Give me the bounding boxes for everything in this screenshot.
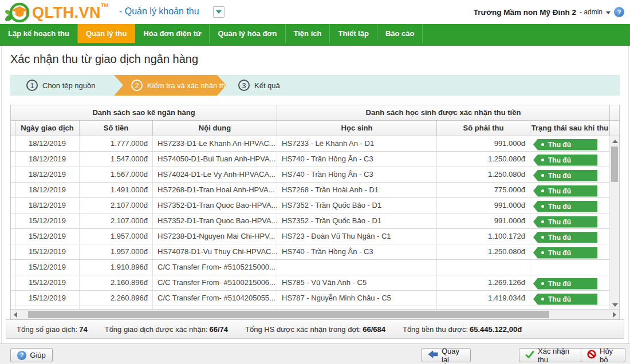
wizard-step-2-active[interactable]: 2 Kiểm tra và xác nhận thu bbox=[114, 75, 226, 96]
step-number: 1 bbox=[26, 80, 38, 91]
status-badge-label: Thu đủ bbox=[548, 170, 571, 181]
column-header-content: Nội dung bbox=[153, 121, 277, 136]
tab-label: Hóa đơn điện tử bbox=[143, 29, 201, 38]
status-badge-label: Thu đủ bbox=[548, 185, 571, 197]
module-dropdown-button[interactable] bbox=[213, 6, 225, 18]
cell-selector bbox=[11, 136, 15, 152]
cell-amount: 2.107.000đ bbox=[80, 198, 153, 213]
column-header-date: Ngày giao dịch bbox=[15, 121, 80, 136]
step-number: 2 bbox=[131, 80, 143, 91]
cell-student bbox=[277, 260, 437, 275]
cell-due: 991.000đ bbox=[437, 213, 530, 229]
cell-date: 18/12/2019 bbox=[15, 136, 80, 152]
column-header-row: Ngày giao dịch Số tiền Nội dung Học sinh… bbox=[11, 121, 619, 136]
cell-student: HS7268 - Trần Hoài Anh - D1 bbox=[277, 183, 437, 198]
vertical-scrollbar-thumb[interactable] bbox=[611, 147, 618, 182]
table-row[interactable]: 15/12/2019 2.160.896đ C/C Transfer From-… bbox=[11, 275, 619, 291]
nav-tab[interactable]: Báo cáo bbox=[377, 24, 423, 43]
horizontal-scrollbar-thumb[interactable] bbox=[28, 311, 549, 318]
status-badge: Thu đủ bbox=[533, 185, 597, 197]
status-badge-label: Thu đủ bbox=[548, 201, 571, 212]
nav-tab[interactable]: Quản lý hóa đơn bbox=[210, 24, 285, 43]
cell-student: HS7352 - Trần Quốc Bảo - D1 bbox=[277, 198, 437, 213]
status-badge-label: Thu đủ bbox=[548, 278, 571, 290]
cell-status: Thu đủ bbox=[530, 275, 610, 291]
table-row[interactable]: 18/12/2019 1.777.000đ HS7233-D1-Le Khanh… bbox=[11, 136, 619, 152]
cell-date: 18/12/2019 bbox=[15, 198, 80, 213]
chevron-down-icon bbox=[216, 10, 222, 14]
table-row[interactable]: 18/12/2019 1.491.000đ HS7268-D1-Tran Hoa… bbox=[11, 183, 619, 198]
nav-tab[interactable]: Lập kế hoạch thu bbox=[0, 24, 78, 43]
table-row[interactable]: 18/12/2019 1.547.000đ HS74050-D1-Bui Tua… bbox=[11, 152, 619, 167]
status-badge-label: Thu đủ bbox=[548, 294, 571, 305]
horizontal-scrollbar[interactable] bbox=[11, 309, 619, 319]
table-row[interactable]: 15/12/2019 2.107.000đ HS7352-D1-Tran Quo… bbox=[11, 213, 619, 229]
step-label: Kiểm tra và xác nhận thu bbox=[147, 81, 230, 90]
user-menu-chevron-down-icon[interactable] bbox=[606, 11, 611, 14]
nav-tab[interactable]: Tiện ích bbox=[286, 24, 330, 43]
cell-content: HS74024-D1-Le Vy Anh-HPVACA... bbox=[153, 167, 277, 183]
table-row[interactable]: 15/12/2019 1.910.896đ C/C Transfer From-… bbox=[11, 260, 619, 275]
column-header-due: Số phải thu bbox=[437, 121, 530, 136]
confirm-button[interactable]: Xác nhận thu bbox=[519, 348, 582, 362]
table-row[interactable]: 15/12/2019 1.957.000đ HS7238-D1-Nguyen M… bbox=[11, 229, 619, 244]
help-icon[interactable]: ? bbox=[614, 7, 624, 17]
cancel-button[interactable]: Hủy bỏ bbox=[581, 348, 625, 362]
vertical-scrollbar[interactable] bbox=[610, 136, 619, 310]
question-mark-icon: ? bbox=[17, 351, 26, 360]
nav-tabs: Lập kế hoạch thuQuản lý thuHóa đơn điện … bbox=[0, 24, 630, 43]
cell-student: HS785 - Vũ Vân Anh - C5 bbox=[277, 275, 437, 291]
status-badge-label: Thu đủ bbox=[548, 216, 571, 228]
badge-dot-icon bbox=[541, 174, 544, 177]
table-row[interactable]: 18/12/2019 1.567.000đ HS74024-D1-Le Vy A… bbox=[11, 167, 619, 183]
badge-dot-icon bbox=[541, 159, 544, 161]
wizard-step-1[interactable]: 1 Chọn tệp nguồn bbox=[26, 75, 96, 96]
table-row[interactable]: 18/12/2019 2.107.000đ HS7352-D1-Tran Quo… bbox=[11, 198, 619, 213]
column-header-selector bbox=[11, 121, 15, 136]
badge-dot-icon bbox=[541, 220, 544, 223]
column-header-student: Học sinh bbox=[277, 121, 437, 136]
wizard-step-3[interactable]: 3 Kết quả bbox=[238, 75, 280, 96]
cell-selector bbox=[11, 152, 15, 167]
group-header-spacer bbox=[610, 105, 619, 121]
nav-tab[interactable]: Thiết lập bbox=[330, 24, 377, 43]
cell-date: 15/12/2019 bbox=[15, 213, 80, 229]
summary-value: 66/684 bbox=[363, 325, 385, 334]
status-badge-label: Thu đủ bbox=[548, 155, 571, 166]
cell-date: 18/12/2019 bbox=[15, 183, 80, 198]
cell-student: HS740 - Trần Hồng Ân - C3 bbox=[277, 152, 437, 167]
scroll-right-icon[interactable] bbox=[613, 312, 616, 318]
help-button[interactable]: ? Giúp bbox=[10, 348, 53, 362]
table-row[interactable]: 15/12/2019 2.260.896đ C/C Transfer From-… bbox=[11, 291, 619, 306]
scroll-up-icon[interactable] bbox=[612, 140, 618, 143]
step-label: Kết quả bbox=[254, 81, 280, 90]
group-header-bank: Danh sách sao kê ngân hàng bbox=[11, 105, 277, 121]
status-badge: Thu đủ bbox=[533, 247, 597, 259]
cell-content: HS7352-D1-Tran Quoc Bao-HPVA... bbox=[153, 213, 277, 229]
back-button[interactable]: Quay lại bbox=[422, 348, 471, 362]
scroll-left-icon[interactable] bbox=[14, 312, 17, 318]
status-badge: Thu đủ bbox=[533, 294, 597, 305]
nav-tab[interactable]: Hóa đơn điện tử bbox=[135, 24, 210, 43]
prohibition-icon bbox=[587, 350, 596, 361]
module-title: - Quản lý khoản thu bbox=[119, 6, 199, 17]
table-row[interactable]: 15/12/2019 1.957.000đ HS74078-D1-Vu Thuy… bbox=[11, 244, 619, 260]
cell-student: HS7352 - Trần Quốc Bảo - D1 bbox=[277, 213, 437, 229]
confirm-button-label: Xác nhận thu bbox=[538, 347, 576, 364]
brand-name: QLTH.VN bbox=[32, 1, 101, 24]
step-number: 3 bbox=[238, 80, 250, 91]
cell-selector bbox=[11, 244, 15, 260]
nav-tab[interactable]: Quản lý thu bbox=[78, 24, 136, 43]
summary-total-transactions: Tổng số giao dịch:74 bbox=[17, 325, 88, 334]
app-logo: QLTH.VN TM bbox=[5, 1, 108, 26]
badge-dot-icon bbox=[541, 143, 544, 146]
back-button-label: Quay lại bbox=[442, 347, 464, 364]
badge-dot-icon bbox=[541, 251, 544, 254]
cell-content: HS74050-D1-Bui Tuan Anh-HPVA... bbox=[153, 152, 277, 167]
summary-bar: Tổng số giao dịch:74 Tổng giao dịch được… bbox=[6, 319, 624, 339]
scroll-down-icon[interactable] bbox=[612, 303, 618, 307]
cell-content: C/C Transfer From- #5100215006... bbox=[153, 275, 277, 291]
cancel-button-label: Hủy bỏ bbox=[600, 347, 619, 364]
table-body: 18/12/2019 1.777.000đ HS7233-D1-Le Khanh… bbox=[11, 136, 619, 310]
cell-amount: 1.957.000đ bbox=[80, 229, 153, 244]
